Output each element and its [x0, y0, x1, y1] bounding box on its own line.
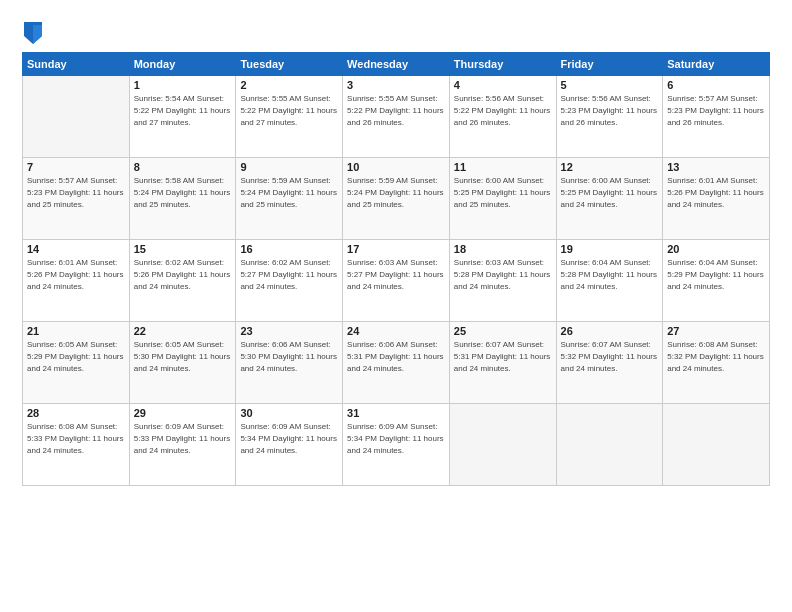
day-info: Sunrise: 6:09 AM Sunset: 5:33 PM Dayligh…: [134, 421, 232, 457]
calendar-cell: 7Sunrise: 5:57 AM Sunset: 5:23 PM Daylig…: [23, 158, 130, 240]
calendar-cell: 24Sunrise: 6:06 AM Sunset: 5:31 PM Dayli…: [343, 322, 450, 404]
calendar-cell: 5Sunrise: 5:56 AM Sunset: 5:23 PM Daylig…: [556, 76, 663, 158]
week-row-2: 7Sunrise: 5:57 AM Sunset: 5:23 PM Daylig…: [23, 158, 770, 240]
calendar-cell: 12Sunrise: 6:00 AM Sunset: 5:25 PM Dayli…: [556, 158, 663, 240]
calendar-cell: 28Sunrise: 6:08 AM Sunset: 5:33 PM Dayli…: [23, 404, 130, 486]
calendar-cell: 4Sunrise: 5:56 AM Sunset: 5:22 PM Daylig…: [449, 76, 556, 158]
day-number: 25: [454, 325, 552, 337]
calendar-cell: 23Sunrise: 6:06 AM Sunset: 5:30 PM Dayli…: [236, 322, 343, 404]
calendar-cell: 22Sunrise: 6:05 AM Sunset: 5:30 PM Dayli…: [129, 322, 236, 404]
week-row-4: 21Sunrise: 6:05 AM Sunset: 5:29 PM Dayli…: [23, 322, 770, 404]
day-info: Sunrise: 6:02 AM Sunset: 5:26 PM Dayligh…: [134, 257, 232, 293]
calendar-cell: 13Sunrise: 6:01 AM Sunset: 5:26 PM Dayli…: [663, 158, 770, 240]
day-info: Sunrise: 5:55 AM Sunset: 5:22 PM Dayligh…: [347, 93, 445, 129]
day-info: Sunrise: 6:05 AM Sunset: 5:30 PM Dayligh…: [134, 339, 232, 375]
week-row-3: 14Sunrise: 6:01 AM Sunset: 5:26 PM Dayli…: [23, 240, 770, 322]
day-info: Sunrise: 6:02 AM Sunset: 5:27 PM Dayligh…: [240, 257, 338, 293]
day-number: 22: [134, 325, 232, 337]
day-info: Sunrise: 6:04 AM Sunset: 5:29 PM Dayligh…: [667, 257, 765, 293]
day-number: 17: [347, 243, 445, 255]
calendar-cell: 2Sunrise: 5:55 AM Sunset: 5:22 PM Daylig…: [236, 76, 343, 158]
day-info: Sunrise: 6:05 AM Sunset: 5:29 PM Dayligh…: [27, 339, 125, 375]
day-info: Sunrise: 6:06 AM Sunset: 5:31 PM Dayligh…: [347, 339, 445, 375]
day-info: Sunrise: 5:57 AM Sunset: 5:23 PM Dayligh…: [27, 175, 125, 211]
day-number: 5: [561, 79, 659, 91]
day-number: 15: [134, 243, 232, 255]
calendar-cell: 30Sunrise: 6:09 AM Sunset: 5:34 PM Dayli…: [236, 404, 343, 486]
day-number: 26: [561, 325, 659, 337]
day-info: Sunrise: 6:00 AM Sunset: 5:25 PM Dayligh…: [454, 175, 552, 211]
day-info: Sunrise: 5:54 AM Sunset: 5:22 PM Dayligh…: [134, 93, 232, 129]
calendar-cell: 3Sunrise: 5:55 AM Sunset: 5:22 PM Daylig…: [343, 76, 450, 158]
day-number: 16: [240, 243, 338, 255]
logo: [22, 22, 48, 44]
day-number: 7: [27, 161, 125, 173]
day-number: 21: [27, 325, 125, 337]
calendar-page: SundayMondayTuesdayWednesdayThursdayFrid…: [0, 0, 792, 612]
header-tuesday: Tuesday: [236, 53, 343, 76]
day-info: Sunrise: 5:58 AM Sunset: 5:24 PM Dayligh…: [134, 175, 232, 211]
week-row-5: 28Sunrise: 6:08 AM Sunset: 5:33 PM Dayli…: [23, 404, 770, 486]
calendar-cell: 31Sunrise: 6:09 AM Sunset: 5:34 PM Dayli…: [343, 404, 450, 486]
calendar-cell: 18Sunrise: 6:03 AM Sunset: 5:28 PM Dayli…: [449, 240, 556, 322]
calendar-cell: 8Sunrise: 5:58 AM Sunset: 5:24 PM Daylig…: [129, 158, 236, 240]
day-number: 18: [454, 243, 552, 255]
calendar-cell: 1Sunrise: 5:54 AM Sunset: 5:22 PM Daylig…: [129, 76, 236, 158]
day-number: 2: [240, 79, 338, 91]
calendar-cell: 10Sunrise: 5:59 AM Sunset: 5:24 PM Dayli…: [343, 158, 450, 240]
day-info: Sunrise: 6:07 AM Sunset: 5:31 PM Dayligh…: [454, 339, 552, 375]
day-info: Sunrise: 6:09 AM Sunset: 5:34 PM Dayligh…: [240, 421, 338, 457]
day-info: Sunrise: 6:01 AM Sunset: 5:26 PM Dayligh…: [27, 257, 125, 293]
calendar-cell: 15Sunrise: 6:02 AM Sunset: 5:26 PM Dayli…: [129, 240, 236, 322]
calendar-cell: 29Sunrise: 6:09 AM Sunset: 5:33 PM Dayli…: [129, 404, 236, 486]
day-number: 23: [240, 325, 338, 337]
day-info: Sunrise: 5:59 AM Sunset: 5:24 PM Dayligh…: [240, 175, 338, 211]
calendar-cell: [449, 404, 556, 486]
day-number: 9: [240, 161, 338, 173]
day-info: Sunrise: 5:56 AM Sunset: 5:23 PM Dayligh…: [561, 93, 659, 129]
calendar-cell: 11Sunrise: 6:00 AM Sunset: 5:25 PM Dayli…: [449, 158, 556, 240]
day-info: Sunrise: 6:03 AM Sunset: 5:28 PM Dayligh…: [454, 257, 552, 293]
day-number: 13: [667, 161, 765, 173]
calendar-cell: 20Sunrise: 6:04 AM Sunset: 5:29 PM Dayli…: [663, 240, 770, 322]
logo-icon: [24, 22, 42, 44]
day-info: Sunrise: 6:07 AM Sunset: 5:32 PM Dayligh…: [561, 339, 659, 375]
calendar-cell: 14Sunrise: 6:01 AM Sunset: 5:26 PM Dayli…: [23, 240, 130, 322]
day-number: 8: [134, 161, 232, 173]
day-number: 27: [667, 325, 765, 337]
day-number: 12: [561, 161, 659, 173]
day-info: Sunrise: 6:08 AM Sunset: 5:33 PM Dayligh…: [27, 421, 125, 457]
header-monday: Monday: [129, 53, 236, 76]
day-number: 30: [240, 407, 338, 419]
day-number: 19: [561, 243, 659, 255]
calendar-table: SundayMondayTuesdayWednesdayThursdayFrid…: [22, 52, 770, 486]
day-info: Sunrise: 6:00 AM Sunset: 5:25 PM Dayligh…: [561, 175, 659, 211]
day-info: Sunrise: 5:57 AM Sunset: 5:23 PM Dayligh…: [667, 93, 765, 129]
header-wednesday: Wednesday: [343, 53, 450, 76]
day-number: 31: [347, 407, 445, 419]
day-number: 6: [667, 79, 765, 91]
header-thursday: Thursday: [449, 53, 556, 76]
day-number: 1: [134, 79, 232, 91]
day-info: Sunrise: 6:01 AM Sunset: 5:26 PM Dayligh…: [667, 175, 765, 211]
day-number: 11: [454, 161, 552, 173]
calendar-cell: 16Sunrise: 6:02 AM Sunset: 5:27 PM Dayli…: [236, 240, 343, 322]
calendar-cell: 6Sunrise: 5:57 AM Sunset: 5:23 PM Daylig…: [663, 76, 770, 158]
day-number: 29: [134, 407, 232, 419]
day-number: 4: [454, 79, 552, 91]
day-number: 14: [27, 243, 125, 255]
day-number: 28: [27, 407, 125, 419]
calendar-cell: [23, 76, 130, 158]
calendar-cell: 9Sunrise: 5:59 AM Sunset: 5:24 PM Daylig…: [236, 158, 343, 240]
day-info: Sunrise: 6:03 AM Sunset: 5:27 PM Dayligh…: [347, 257, 445, 293]
calendar-cell: 19Sunrise: 6:04 AM Sunset: 5:28 PM Dayli…: [556, 240, 663, 322]
header: [22, 18, 770, 44]
week-row-1: 1Sunrise: 5:54 AM Sunset: 5:22 PM Daylig…: [23, 76, 770, 158]
header-row: SundayMondayTuesdayWednesdayThursdayFrid…: [23, 53, 770, 76]
day-info: Sunrise: 6:09 AM Sunset: 5:34 PM Dayligh…: [347, 421, 445, 457]
calendar-cell: 21Sunrise: 6:05 AM Sunset: 5:29 PM Dayli…: [23, 322, 130, 404]
day-info: Sunrise: 5:55 AM Sunset: 5:22 PM Dayligh…: [240, 93, 338, 129]
day-number: 24: [347, 325, 445, 337]
day-info: Sunrise: 6:06 AM Sunset: 5:30 PM Dayligh…: [240, 339, 338, 375]
day-number: 3: [347, 79, 445, 91]
